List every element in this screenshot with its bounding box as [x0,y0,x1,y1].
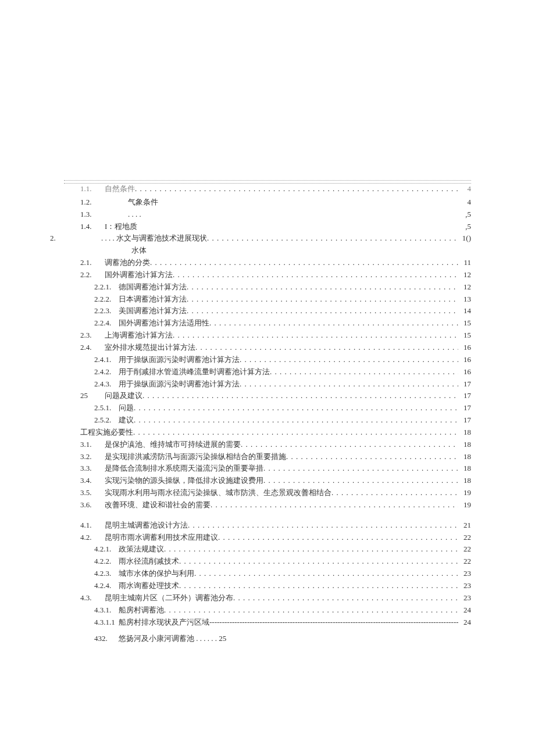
page-number: 1() [458,233,471,244]
entry-title: 国外调蓄池计算方法 [105,270,173,281]
leader-dots [240,354,458,366]
toc-entry: 2.2.1.德国调蓄池计算方法12 [64,282,471,293]
entry-number: 432. [94,633,119,644]
toc-entry: 2.4.室外排水规范提出计算方法16 [64,342,471,353]
page-number: ,5 [458,221,471,232]
page-number: 23 [458,593,471,604]
entry-number: 3.2. [80,452,105,463]
entry-title: 改善环境、建设和谐社会的需要 [105,500,211,511]
toc-entry: 4.3.1.1船房村排水现状及产污区域24 [64,617,471,628]
leader-dots [179,556,458,567]
entry-number: 3.4. [80,475,105,486]
page-number: 24 [458,617,471,628]
toc-entry: 2.4.1.用于操纵面源污染时调蓄池计算方法16 [64,354,471,366]
page-number: 12 [458,270,471,281]
leader-dots [270,367,458,378]
leader-dots [187,294,458,305]
entry-title: 实现污染物的源头操纵，降低排水设施建设费用 [105,475,263,486]
toc-entry: 3.3.是降低合流制排水系统雨天溢流污染的重要举措18 [64,463,471,474]
entry-title: . . . . [105,209,141,220]
toc-entry: 4.2.昆明市雨水调蓄利用技术应用建议22 [64,532,471,543]
page-number: 22 [458,532,471,543]
entry-title: 用于削减排水管道洪峰流量时调蓄池计算方法 [119,367,270,378]
toc-entry: 2.4.3.用于操纵面源污染时调蓄池计算方法17 [64,379,471,390]
leader-dots [209,318,458,329]
toc-entry: 3.5.实现雨水利用与雨水径流污染操纵、城市防洪、生态景观改善相结合19 [64,488,471,499]
entry-number: 3.6. [80,500,105,511]
toc-entry: 4.3.1.船房村调蓄池24 [64,605,471,616]
page-number: 19 [458,500,471,511]
entry-title: 工程实施必要性 [80,427,133,438]
page-number: 4 [458,184,471,195]
entry-number: 1.3. [80,209,105,220]
toc-entry: 1.4.I：程地质,5 [64,221,471,232]
toc-entry: 2.2.4.国外调蓄池计算方法适用性15 [64,318,471,329]
page-number: 17 [458,390,471,402]
page-number: 22 [458,544,471,555]
entry-title: 德国调蓄池计算方法 [119,282,187,293]
entry-number: 1.4. [80,221,105,232]
entry-number: 4.2. [80,532,105,543]
page-number: 14 [458,306,471,317]
entry-number: 3.1. [80,439,105,450]
toc-subnote: 水体 [64,245,471,256]
toc-entry: 3.2.是实现排洪减涝防汛与面源污染操纵相结合的重要措施18 [64,452,471,463]
toc-entry: 2.3.上海调蓄池计算方法15 [64,330,471,341]
leader-dots [209,617,458,628]
entry-number: 3.5. [80,488,105,499]
entry-title: 调蓄池的分类 [105,257,150,268]
page-number: 18 [458,463,471,474]
toc-entry: 4.2.1.政策法规建议22 [64,544,471,555]
entry-title: 问题 [119,403,134,414]
leader-dots [150,257,458,268]
toc-entry: 25问题及建议17 [64,390,471,402]
entry-title: I：程地质 [105,221,137,232]
entry-number: 2.4.2. [94,367,119,378]
leader-dots [331,488,458,499]
entry-number: 1.1. [80,184,105,195]
toc-entry: 3.4.实现污染物的源头操纵，降低排水设施建设费用18 [64,475,471,486]
entry-title: 实现雨水利用与雨水径流污染操纵、城市防洪、生态景观改善相结合 [105,488,331,499]
leader-dots [263,475,458,486]
page-number: 18 [458,452,471,463]
toc-entry: 4.2.3.城市水体的保护与利用23 [64,568,471,579]
entry-title: 自然条件 [105,184,135,195]
entry-title: 水体 [131,245,147,256]
toc-entry: 3.6.改善环境、建设和谐社会的需要19 [64,500,471,511]
leader-dots [173,330,458,341]
entry-number: 4.2.4. [94,581,119,592]
page-number: 19 [458,488,471,499]
entry-title: 城市水体的保护与利用 [119,568,194,579]
leader-dots [164,605,458,616]
leader-dots [133,427,458,438]
page-number: 18 [458,475,471,486]
toc-entry: 2.4.2.用于削减排水管道洪峰流量时调蓄池计算方法16 [64,367,471,378]
page-number: 11 [458,257,471,268]
page-number: 17 [458,415,471,426]
entry-number: 25 [80,390,105,402]
top-divider [64,180,471,181]
toc-entry: 4.2.2.雨水径流削减技术22 [64,556,471,567]
page-number: 23 [458,581,471,592]
leader-dots [187,282,458,293]
entry-number: 4.2.1. [94,544,119,555]
entry-title: 上海调蓄池计算方法 [105,330,173,341]
entry-number: 4.1. [80,520,105,531]
page-number: 4 [458,197,471,208]
leader-dots [207,233,458,244]
leader-dots [218,532,458,543]
entry-number: 2.2. [80,270,105,281]
leader-dots [194,568,458,579]
leader-dots [134,403,458,414]
toc-entry: 2.5.2.建议17 [64,415,471,426]
page-number: 17 [458,379,471,390]
toc-entry: 2.2.国外调蓄池计算方法12 [64,270,471,281]
entry-number: 2.2.1. [94,282,119,293]
entry-title: . . . . 水文与调蓄池技术进展现状 [64,233,207,244]
entry-number: 2.4.1. [94,354,119,366]
toc-entry: 2.5.1.问题17 [64,403,471,414]
leader-dots [187,306,458,317]
entry-title: 昆明市雨水调蓄利用技术应用建议 [105,532,218,543]
entry-number: 2.4. [80,342,105,353]
entry-title: 雨水径流削减技术 [119,556,179,567]
